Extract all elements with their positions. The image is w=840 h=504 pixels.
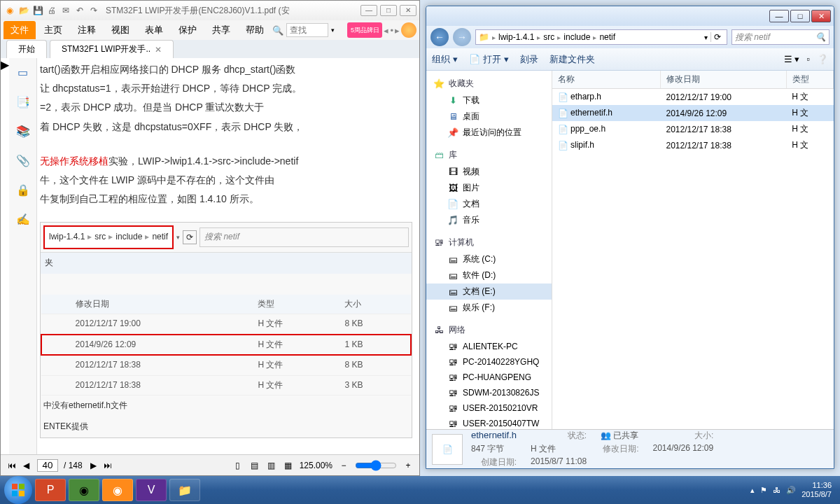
tray-flag-icon[interactable]: ⚑ bbox=[760, 486, 767, 495]
file-row[interactable]: 📄ethernetif.h2014/9/26 12:09H 文 bbox=[552, 105, 834, 121]
redo-icon[interactable]: ↷ bbox=[88, 4, 100, 17]
taskbar-powerpoint[interactable]: P bbox=[35, 479, 66, 501]
tree-item-documents[interactable]: 📄文档 bbox=[426, 196, 552, 212]
nav-right-icon[interactable]: ▸ bbox=[395, 25, 400, 36]
zoom-slider[interactable] bbox=[355, 460, 397, 471]
first-page-button[interactable]: ⏮ bbox=[6, 460, 18, 471]
page-number-input[interactable] bbox=[37, 459, 58, 472]
menu-share[interactable]: 共享 bbox=[205, 21, 237, 39]
open-button[interactable]: 📄打开 ▾ bbox=[469, 53, 509, 66]
next-page-button[interactable]: ▶ bbox=[88, 460, 99, 471]
tree-computer[interactable]: 🖳计算机 bbox=[426, 234, 552, 251]
tab-document[interactable]: STM32F1 LWIP开发手..✕ bbox=[50, 40, 174, 58]
facing-page-icon[interactable]: ▥ bbox=[266, 460, 277, 471]
lock-icon[interactable]: 🔒 bbox=[15, 181, 31, 198]
explorer-titlebar[interactable]: — □ ✕ bbox=[426, 6, 834, 26]
maximize-button[interactable]: □ bbox=[790, 10, 810, 22]
pdf-search-input[interactable] bbox=[286, 23, 328, 37]
file-row[interactable]: 📄ppp_oe.h2012/12/17 18:38H 文 bbox=[552, 121, 834, 137]
back-button[interactable]: ← bbox=[430, 28, 449, 46]
bookmark-icon[interactable]: 📚 bbox=[15, 122, 31, 139]
search-dropdown-icon[interactable]: ▾ bbox=[331, 27, 335, 34]
undo-icon[interactable]: ↶ bbox=[74, 4, 86, 17]
close-button[interactable]: ✕ bbox=[811, 10, 831, 22]
new-folder-button[interactable]: 新建文件夹 bbox=[550, 53, 595, 66]
organize-button[interactable]: 组织 ▾ bbox=[432, 53, 458, 66]
taskbar-vs[interactable]: V bbox=[136, 479, 167, 501]
col-date[interactable]: 修改日期 bbox=[660, 71, 786, 89]
save-icon[interactable]: 💾 bbox=[31, 4, 44, 17]
chevron-down-icon[interactable]: ▾ bbox=[704, 34, 708, 41]
burn-button[interactable]: 刻录 bbox=[520, 53, 538, 66]
start-button[interactable] bbox=[4, 476, 32, 504]
tray-volume-icon[interactable]: 🔊 bbox=[786, 486, 796, 495]
refresh-icon[interactable]: ⟳ bbox=[710, 32, 724, 42]
print-icon[interactable]: 🖨 bbox=[46, 4, 58, 17]
tree-network[interactable]: 🖧网络 bbox=[426, 321, 552, 339]
continuous-page-icon[interactable]: ▤ bbox=[249, 460, 260, 471]
zoom-in-button[interactable]: + bbox=[402, 460, 414, 471]
tree-favorites[interactable]: ⭐收藏夹 bbox=[426, 75, 552, 92]
view-mode-icon[interactable]: ☰ ▾ bbox=[784, 54, 800, 64]
help-icon[interactable]: ❔ bbox=[817, 54, 828, 64]
open-icon[interactable]: 📂 bbox=[18, 4, 30, 17]
tree-item-recent[interactable]: 📌最近访问的位置 bbox=[426, 125, 552, 141]
file-row[interactable]: 📄slipif.h2012/12/17 18:38H 文 bbox=[552, 137, 834, 153]
single-page-icon[interactable]: ▯ bbox=[232, 460, 244, 471]
preview-pane-icon[interactable]: ▫ bbox=[806, 54, 810, 64]
signature-icon[interactable]: ✍ bbox=[15, 211, 31, 227]
breadcrumb[interactable]: 📁▸ lwip-1.4.1▸ src▸ include▸ netif ▾ ⟳ bbox=[475, 29, 727, 45]
maximize-button[interactable]: □ bbox=[380, 5, 397, 16]
tree-item-netpc[interactable]: 🖳USER-20150210VR bbox=[426, 400, 552, 416]
taskbar-explorer[interactable]: 📁 bbox=[169, 479, 200, 501]
tree-item-pictures[interactable]: 🖼图片 bbox=[426, 180, 552, 196]
tray-up-icon[interactable]: ▴ bbox=[750, 486, 755, 495]
col-type[interactable]: 类型 bbox=[786, 71, 833, 89]
taskbar-foxit[interactable]: ◉ bbox=[102, 479, 133, 501]
menu-view[interactable]: 视图 bbox=[104, 21, 136, 39]
attachment-icon[interactable]: 📎 bbox=[15, 152, 31, 169]
prev-page-button[interactable]: ◀ bbox=[20, 460, 31, 471]
tree-item-netpc[interactable]: 🖳ALIENTEK-PC bbox=[426, 339, 552, 354]
menu-protect[interactable]: 保护 bbox=[172, 21, 204, 39]
mascot-icon[interactable] bbox=[401, 22, 416, 38]
tree-libraries[interactable]: 🗃库 bbox=[426, 146, 552, 164]
promo-badge[interactable]: 5周品牌日 bbox=[347, 22, 382, 38]
minimize-button[interactable]: — bbox=[769, 10, 789, 22]
forward-button[interactable]: → bbox=[453, 28, 471, 46]
minimize-button[interactable]: — bbox=[360, 5, 377, 16]
menu-help[interactable]: 帮助 bbox=[239, 21, 271, 39]
tree-item-netpc[interactable]: 🖳SDWM-20130826JS bbox=[426, 385, 552, 400]
tree-item-netpc[interactable]: 🖳USER-20150407TW bbox=[426, 416, 552, 429]
tree-item-desktop[interactable]: 🖥桌面 bbox=[426, 108, 552, 125]
close-icon[interactable]: ✕ bbox=[155, 45, 162, 55]
tree-item-music[interactable]: 🎵音乐 bbox=[426, 212, 552, 228]
menu-file[interactable]: 文件 bbox=[4, 21, 36, 39]
tab-start[interactable]: 开始 bbox=[6, 40, 47, 58]
bullet-icon[interactable]: • bbox=[390, 25, 393, 36]
hand-tool-icon[interactable]: 📑 bbox=[15, 93, 31, 110]
menu-form[interactable]: 表单 bbox=[138, 21, 170, 39]
tree-item-drive-c[interactable]: 🖴系统 (C:) bbox=[426, 251, 552, 267]
zoom-out-button[interactable]: − bbox=[338, 460, 349, 471]
explorer-search-input[interactable]: 搜索 netif 🔍 bbox=[732, 29, 830, 45]
file-row[interactable]: 📄etharp.h2012/12/17 19:00H 文 bbox=[552, 89, 834, 106]
nav-left-icon[interactable]: ◂ bbox=[384, 25, 388, 36]
tree-item-drive-d[interactable]: 🖴软件 (D:) bbox=[426, 267, 552, 284]
taskbar-app1[interactable]: ◉ bbox=[69, 479, 99, 501]
facing-cont-icon[interactable]: ▦ bbox=[283, 460, 294, 471]
menu-annotate[interactable]: 注释 bbox=[71, 21, 103, 39]
taskbar-clock[interactable]: 11:36 2015/8/7 bbox=[802, 481, 832, 499]
expand-arrow-icon[interactable]: ▶ bbox=[1, 58, 9, 454]
tree-item-netpc[interactable]: 🖳PC-HUANGPENG bbox=[426, 370, 552, 385]
mail-icon[interactable]: ✉ bbox=[59, 4, 72, 17]
close-button[interactable]: ✕ bbox=[400, 5, 416, 16]
last-page-button[interactable]: ⏭ bbox=[102, 460, 113, 471]
tree-item-drive-f[interactable]: 🖴娱乐 (F:) bbox=[426, 300, 552, 316]
tree-item-downloads[interactable]: ⬇下载 bbox=[426, 92, 552, 108]
tree-item-videos[interactable]: 🎞视频 bbox=[426, 164, 552, 180]
tree-item-netpc[interactable]: 🖳PC-20140228YGHQ bbox=[426, 354, 552, 370]
menu-home[interactable]: 主页 bbox=[37, 21, 69, 39]
col-name[interactable]: 名称 bbox=[552, 71, 660, 89]
tray-network-icon[interactable]: 🖧 bbox=[773, 486, 780, 494]
